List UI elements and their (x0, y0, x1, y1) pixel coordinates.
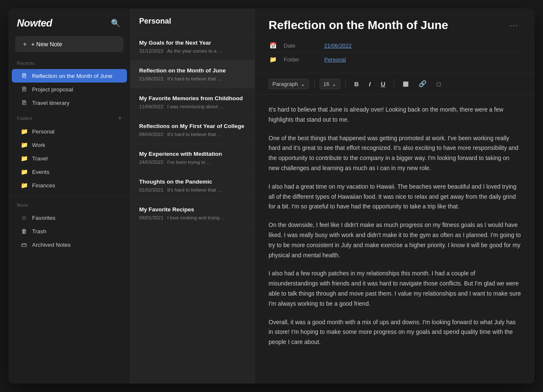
new-note-button[interactable]: ＋ + New Note (15, 36, 124, 52)
plus-icon: ＋ (22, 40, 28, 48)
sidebar: Nowted 🔍 ＋ + New Note Recents 🖹 Reflecti… (8, 8, 131, 384)
note-card-date: 21/06/2022 (139, 76, 164, 81)
sidebar-item-events[interactable]: 📁 Events (12, 165, 127, 179)
sidebar-item-project[interactable]: 🖹 Project proposal (12, 83, 127, 96)
add-folder-button[interactable]: + (118, 115, 122, 122)
more-section: More ☆ Favorites🗑 Trash🗃 Archived Notes (8, 203, 130, 251)
search-button[interactable]: 🔍 (109, 17, 122, 29)
trash-icon: 🗑 (20, 228, 28, 235)
sidebar-item-trash[interactable]: 🗑 Trash (12, 224, 127, 238)
sidebar-item-label: Work (32, 142, 45, 148)
note-card-title: Reflections on My First Year of College (139, 123, 246, 129)
folder-meta-icon: 📁 (269, 56, 277, 63)
note-card-preview: It's hard to believe that ... (167, 187, 221, 192)
note-card-meta: 24/03/2022 I've been trying to ... (139, 160, 246, 165)
paragraph-style-select[interactable]: Paragraph ⌄ (269, 79, 309, 89)
italic-button[interactable]: I (366, 79, 374, 89)
note-card-preview: It's hard to believe that ... (167, 132, 221, 137)
calendar-icon: 📅 (269, 42, 277, 49)
note-card-pandemic[interactable]: Thoughts on the Pandemic 01/02/2021 It's… (131, 172, 255, 200)
note-card-title: Thoughts on the Pandemic (139, 179, 246, 185)
folder-icon: 📁 (20, 141, 28, 148)
sidebar-item-favorites[interactable]: ☆ Favorites (12, 211, 127, 224)
note-paragraph-3: I also had a great time on my vacation t… (269, 182, 521, 212)
note-body: It's hard to believe that June is alread… (255, 95, 535, 384)
sidebar-item-finances[interactable]: 📁 Finances (12, 179, 127, 192)
folder-meta-row: 📁 Folder Personal (269, 53, 521, 66)
sidebar-item-label: Favorites (32, 215, 56, 221)
image-icon: ▦ (403, 80, 409, 87)
note-card-reflection[interactable]: Reflection on the Month of June 21/06/20… (131, 61, 255, 88)
archived-icon: 🗃 (20, 241, 28, 248)
note-paragraph-5: I also had a few rough patches in my rel… (269, 269, 521, 309)
recents-section: Recents 🖹 Reflection on the Month of Jun… (8, 61, 130, 109)
date-value[interactable]: 21/06/2022 (324, 43, 352, 49)
notes-list-panel: Personal My Goals for the Next Year 31/1… (131, 8, 255, 384)
table-button[interactable]: □ (433, 79, 444, 89)
note-card-meta: 08/04/2022 It's hard to believe that ... (139, 132, 246, 137)
sidebar-item-label: Trash (32, 228, 46, 235)
sidebar-item-label: Personal (32, 128, 54, 135)
link-button[interactable]: 🔗 (415, 78, 430, 89)
sidebar-item-label: Finances (32, 182, 55, 189)
font-size-chevron-icon: ⌄ (332, 81, 336, 87)
toolbar-divider-3 (394, 80, 394, 88)
note-header: Reflection on the Month of June ⋯ (255, 8, 535, 39)
underline-button[interactable]: U (377, 79, 389, 89)
sidebar-item-work[interactable]: 📁 Work (12, 138, 127, 152)
sidebar-item-label: Travel itinerary (32, 100, 70, 106)
note-card-date: 08/04/2022 (139, 132, 164, 137)
note-meta: 📅 Date 21/06/2022 📁 Folder Personal (255, 39, 535, 73)
note-card-meditation[interactable]: My Experience with Meditation 24/03/2022… (131, 144, 255, 172)
note-card-recipes[interactable]: My Favorite Recipes 08/01/2021 I love co… (131, 200, 255, 227)
font-size-select[interactable]: 16 ⌄ (320, 79, 340, 89)
folder-icon: 📁 (20, 182, 28, 189)
note-card-meta: 01/02/2021 It's hard to believe that ... (139, 187, 246, 192)
recents-list: 🖹 Reflection on the Month of June🖹 Proje… (8, 69, 130, 109)
note-card-preview: It's hard to believe that ... (167, 76, 221, 81)
note-card-preview: I've been trying to ... (167, 160, 211, 165)
note-cards-container: My Goals for the Next Year 31/12/2022 As… (131, 33, 255, 227)
sidebar-item-reflection[interactable]: 🖹 Reflection on the Month of June (12, 69, 127, 83)
note-card-title: My Favorite Recipes (139, 206, 246, 213)
folder-value[interactable]: Personal (324, 56, 346, 63)
note-card-meta: 08/01/2021 I love cooking and trying ... (139, 215, 246, 220)
note-card-date: 31/12/2022 (139, 48, 164, 53)
folder-icon: 📁 (20, 168, 28, 175)
toolbar-divider-1 (314, 80, 315, 88)
note-card-goals[interactable]: My Goals for the Next Year 31/12/2022 As… (131, 33, 255, 61)
sidebar-item-label: Archived Notes (32, 242, 71, 248)
doc-icon: 🖹 (20, 72, 28, 79)
more-list: ☆ Favorites🗑 Trash🗃 Archived Notes (8, 211, 130, 251)
folder-label: Folder (284, 56, 317, 63)
note-paragraph-6: Overall, it was a good month with a mix … (269, 317, 521, 347)
note-card-meta: 21/06/2022 It's hard to believe that ... (139, 76, 246, 81)
folder-icon: 📁 (20, 128, 28, 135)
sidebar-header: Nowted 🔍 (8, 17, 130, 36)
font-size-label: 16 (323, 81, 329, 87)
folders-header: Folders + (8, 109, 130, 125)
note-paragraph-1: It's hard to believe that June is alread… (269, 105, 521, 125)
folders-list: 📁 Personal📁 Work📁 Travel📁 Events📁 Financ… (8, 125, 130, 192)
folder-icon: 📁 (20, 155, 28, 162)
note-more-button[interactable]: ⋯ (506, 19, 521, 32)
note-paragraph-2: One of the best things that happened was… (269, 133, 521, 173)
sidebar-item-travel[interactable]: 🖹 Travel itinerary (12, 96, 127, 109)
sidebar-item-personal[interactable]: 📁 Personal (12, 125, 127, 138)
search-icon: 🔍 (111, 19, 120, 27)
date-label: Date (284, 43, 317, 49)
favorites-icon: ☆ (20, 214, 28, 221)
note-card-college[interactable]: Reflections on My First Year of College … (131, 116, 255, 144)
sidebar-item-label: Travel (32, 155, 48, 162)
note-card-preview: I love cooking and trying ... (167, 215, 225, 220)
sidebar-item-travel[interactable]: 📁 Travel (12, 152, 127, 165)
doc-icon: 🖹 (20, 99, 28, 106)
paragraph-chevron-icon: ⌄ (301, 81, 305, 87)
main-content: Reflection on the Month of June ⋯ 📅 Date… (255, 8, 535, 384)
note-card-memories[interactable]: My Favorite Memories from Childhood 11/0… (131, 88, 255, 116)
image-button[interactable]: ▦ (399, 78, 412, 89)
note-card-title: My Experience with Meditation (139, 151, 246, 157)
note-card-date: 11/04/2022 (139, 104, 164, 109)
bold-button[interactable]: B (351, 79, 362, 89)
sidebar-item-archived[interactable]: 🗃 Archived Notes (12, 238, 127, 251)
